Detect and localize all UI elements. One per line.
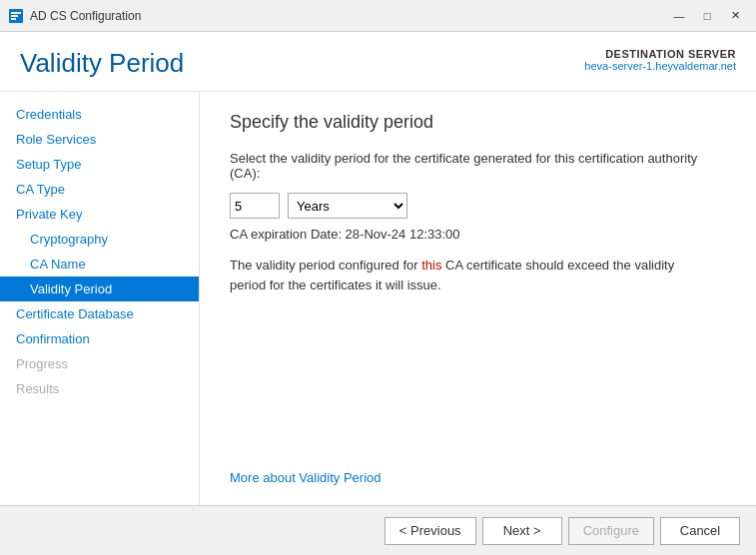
title-bar-controls: — □ ✕ [666,6,748,26]
description-text: Select the validity period for the certi… [230,151,726,181]
app-icon [8,8,24,24]
title-bar-text: AD CS Configuration [30,9,141,23]
sidebar-item-validity-period[interactable]: Validity Period [0,277,199,301]
sidebar-item-setup-type[interactable]: Setup Type [0,152,199,177]
sidebar: Credentials Role Services Setup Type CA … [0,92,200,505]
sidebar-item-credentials[interactable]: Credentials [0,102,199,127]
svg-rect-3 [11,18,16,20]
sidebar-item-cryptography[interactable]: Cryptography [0,227,199,252]
window-body: Validity Period DESTINATION SERVER heva-… [0,32,756,555]
more-about-link[interactable]: More about Validity Period [230,470,726,485]
minimize-button[interactable]: — [666,6,692,26]
main-content: Specify the validity period Select the v… [200,92,756,505]
validity-unit-select[interactable]: Years Months Weeks Days [288,193,407,219]
highlight-text: this [421,258,441,273]
destination-server-info: DESTINATION SERVER heva-server-1.heyvald… [584,48,736,72]
sidebar-item-private-key[interactable]: Private Key [0,202,199,227]
sidebar-item-role-services[interactable]: Role Services [0,127,199,152]
sidebar-item-confirmation[interactable]: Confirmation [0,326,199,351]
close-button[interactable]: ✕ [722,6,748,26]
info-text: The validity period configured for this … [230,256,709,294]
cancel-button[interactable]: Cancel [660,517,740,545]
previous-button[interactable]: < Previous [384,517,476,545]
sidebar-item-progress: Progress [0,351,199,376]
header-area: Validity Period DESTINATION SERVER heva-… [0,32,756,92]
next-button[interactable]: Next > [482,517,562,545]
page-title: Validity Period [20,48,184,79]
spacer [230,294,726,470]
svg-rect-1 [11,12,21,14]
expiration-text: CA expiration Date: 28-Nov-24 12:33:00 [230,227,726,242]
maximize-button[interactable]: □ [694,6,720,26]
sidebar-item-certificate-database[interactable]: Certificate Database [0,301,199,326]
server-name: heva-server-1.heyvaldemar.net [584,60,736,72]
sidebar-item-ca-name[interactable]: CA Name [0,252,199,277]
svg-rect-2 [11,15,18,17]
sidebar-item-ca-type[interactable]: CA Type [0,177,199,202]
main-inner: Specify the validity period Select the v… [230,112,726,485]
validity-number-input[interactable] [230,193,280,219]
destination-label: DESTINATION SERVER [584,48,736,60]
content-area: Credentials Role Services Setup Type CA … [0,92,756,505]
configure-button: Configure [568,517,654,545]
title-bar: AD CS Configuration — □ ✕ [0,0,756,32]
title-bar-left: AD CS Configuration [8,8,141,24]
sidebar-item-results: Results [0,376,199,401]
section-title: Specify the validity period [230,112,726,133]
footer: < Previous Next > Configure Cancel [0,505,756,555]
validity-input-row: Years Months Weeks Days [230,193,726,219]
